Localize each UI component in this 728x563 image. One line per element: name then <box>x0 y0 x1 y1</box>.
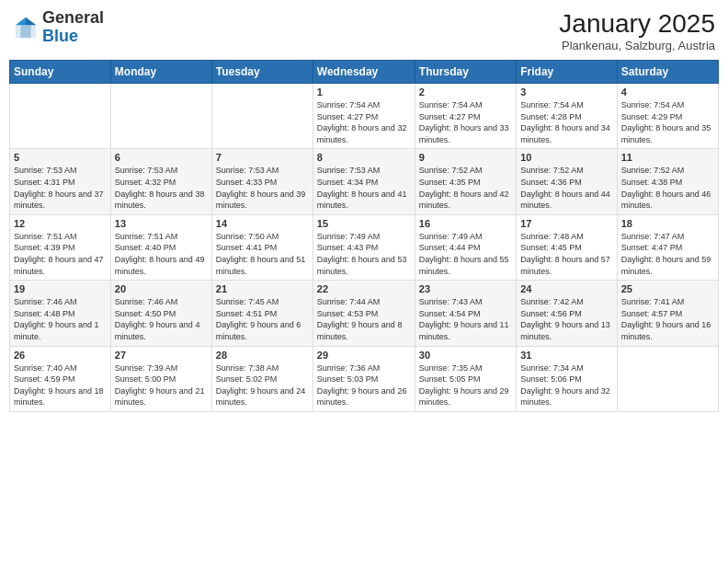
calendar-cell: 2Sunrise: 7:54 AM Sunset: 4:27 PM Daylig… <box>415 84 516 149</box>
calendar-cell: 14Sunrise: 7:50 AM Sunset: 4:41 PM Dayli… <box>211 214 313 280</box>
calendar-week-3: 12Sunrise: 7:51 AM Sunset: 4:39 PM Dayli… <box>10 214 719 280</box>
day-info: Sunrise: 7:38 AM Sunset: 5:02 PM Dayligh… <box>216 362 309 408</box>
day-number: 24 <box>520 283 612 294</box>
calendar-cell <box>110 84 211 149</box>
day-number: 11 <box>621 152 714 163</box>
day-info: Sunrise: 7:53 AM Sunset: 4:34 PM Dayligh… <box>317 165 411 211</box>
logo: General Blue <box>13 9 104 46</box>
day-number: 5 <box>14 152 107 163</box>
calendar-cell: 16Sunrise: 7:49 AM Sunset: 4:44 PM Dayli… <box>415 214 516 280</box>
calendar-cell: 10Sunrise: 7:52 AM Sunset: 4:36 PM Dayli… <box>517 149 617 214</box>
day-info: Sunrise: 7:51 AM Sunset: 4:39 PM Dayligh… <box>14 231 107 277</box>
calendar-cell: 7Sunrise: 7:53 AM Sunset: 4:33 PM Daylig… <box>211 149 313 214</box>
calendar-cell: 28Sunrise: 7:38 AM Sunset: 5:02 PM Dayli… <box>211 346 313 411</box>
day-info: Sunrise: 7:54 AM Sunset: 4:29 PM Dayligh… <box>621 99 714 145</box>
weekday-header-sunday: Sunday <box>10 61 111 84</box>
svg-rect-3 <box>20 25 30 38</box>
day-info: Sunrise: 7:43 AM Sunset: 4:54 PM Dayligh… <box>419 296 512 342</box>
day-number: 25 <box>621 283 714 294</box>
calendar-cell: 5Sunrise: 7:53 AM Sunset: 4:31 PM Daylig… <box>10 149 111 214</box>
day-info: Sunrise: 7:41 AM Sunset: 4:57 PM Dayligh… <box>621 296 714 342</box>
calendar-cell: 22Sunrise: 7:44 AM Sunset: 4:53 PM Dayli… <box>313 281 415 346</box>
day-info: Sunrise: 7:46 AM Sunset: 4:48 PM Dayligh… <box>14 296 107 342</box>
day-info: Sunrise: 7:48 AM Sunset: 4:45 PM Dayligh… <box>520 231 612 277</box>
calendar-week-1: 1Sunrise: 7:54 AM Sunset: 4:27 PM Daylig… <box>10 84 719 149</box>
weekday-header-thursday: Thursday <box>415 61 516 84</box>
calendar-cell <box>10 84 111 149</box>
day-info: Sunrise: 7:45 AM Sunset: 4:51 PM Dayligh… <box>216 296 309 342</box>
day-info: Sunrise: 7:52 AM Sunset: 4:35 PM Dayligh… <box>419 165 512 211</box>
day-number: 20 <box>115 283 208 294</box>
calendar-cell <box>617 346 718 411</box>
weekday-header-tuesday: Tuesday <box>211 61 313 84</box>
calendar-cell: 13Sunrise: 7:51 AM Sunset: 4:40 PM Dayli… <box>110 214 211 280</box>
day-info: Sunrise: 7:54 AM Sunset: 4:27 PM Dayligh… <box>419 99 512 145</box>
day-info: Sunrise: 7:36 AM Sunset: 5:03 PM Dayligh… <box>317 362 411 408</box>
day-info: Sunrise: 7:40 AM Sunset: 4:59 PM Dayligh… <box>14 362 107 408</box>
calendar-cell <box>211 84 313 149</box>
day-info: Sunrise: 7:34 AM Sunset: 5:06 PM Dayligh… <box>520 362 612 408</box>
calendar-cell: 12Sunrise: 7:51 AM Sunset: 4:39 PM Dayli… <box>10 214 111 280</box>
day-number: 14 <box>216 218 309 229</box>
day-number: 22 <box>317 283 411 294</box>
day-number: 3 <box>520 86 612 98</box>
weekday-header-row: SundayMondayTuesdayWednesdayThursdayFrid… <box>10 61 719 84</box>
day-info: Sunrise: 7:52 AM Sunset: 4:36 PM Dayligh… <box>520 165 612 211</box>
day-info: Sunrise: 7:53 AM Sunset: 4:33 PM Dayligh… <box>216 165 309 211</box>
day-number: 31 <box>520 350 612 361</box>
calendar-cell: 17Sunrise: 7:48 AM Sunset: 4:45 PM Dayli… <box>517 214 617 280</box>
calendar-cell: 29Sunrise: 7:36 AM Sunset: 5:03 PM Dayli… <box>313 346 415 411</box>
calendar-cell: 18Sunrise: 7:47 AM Sunset: 4:47 PM Dayli… <box>617 214 718 280</box>
day-number: 23 <box>419 283 512 294</box>
calendar-cell: 31Sunrise: 7:34 AM Sunset: 5:06 PM Dayli… <box>517 346 617 411</box>
calendar-week-4: 19Sunrise: 7:46 AM Sunset: 4:48 PM Dayli… <box>10 281 719 346</box>
day-number: 10 <box>520 152 612 163</box>
day-info: Sunrise: 7:50 AM Sunset: 4:41 PM Dayligh… <box>216 231 309 277</box>
calendar-week-5: 26Sunrise: 7:40 AM Sunset: 4:59 PM Dayli… <box>10 346 719 411</box>
month-title: January 2025 <box>559 9 715 39</box>
day-number: 16 <box>419 218 512 229</box>
calendar-table: SundayMondayTuesdayWednesdayThursdayFrid… <box>9 60 719 412</box>
day-number: 15 <box>317 218 411 229</box>
day-info: Sunrise: 7:47 AM Sunset: 4:47 PM Dayligh… <box>621 231 714 277</box>
logo-text: General Blue <box>42 9 104 46</box>
day-info: Sunrise: 7:35 AM Sunset: 5:05 PM Dayligh… <box>419 362 512 408</box>
calendar-cell: 3Sunrise: 7:54 AM Sunset: 4:28 PM Daylig… <box>517 84 617 149</box>
calendar-cell: 24Sunrise: 7:42 AM Sunset: 4:56 PM Dayli… <box>517 281 617 346</box>
day-info: Sunrise: 7:49 AM Sunset: 4:43 PM Dayligh… <box>317 231 411 277</box>
day-number: 9 <box>419 152 512 163</box>
day-number: 18 <box>621 218 714 229</box>
title-block: January 2025 Plankenau, Salzburg, Austri… <box>559 9 715 52</box>
day-number: 28 <box>216 350 309 361</box>
calendar-cell: 15Sunrise: 7:49 AM Sunset: 4:43 PM Dayli… <box>313 214 415 280</box>
calendar-cell: 1Sunrise: 7:54 AM Sunset: 4:27 PM Daylig… <box>313 84 415 149</box>
day-number: 6 <box>115 152 208 163</box>
location-subtitle: Plankenau, Salzburg, Austria <box>559 39 715 52</box>
weekday-header-saturday: Saturday <box>617 61 718 84</box>
day-info: Sunrise: 7:54 AM Sunset: 4:27 PM Dayligh… <box>317 99 411 145</box>
calendar-cell: 11Sunrise: 7:52 AM Sunset: 4:38 PM Dayli… <box>617 149 718 214</box>
calendar-cell: 20Sunrise: 7:46 AM Sunset: 4:50 PM Dayli… <box>110 281 211 346</box>
day-number: 27 <box>115 350 208 361</box>
svg-marker-1 <box>26 17 36 25</box>
day-info: Sunrise: 7:52 AM Sunset: 4:38 PM Dayligh… <box>621 165 714 211</box>
calendar-cell: 6Sunrise: 7:53 AM Sunset: 4:32 PM Daylig… <box>110 149 211 214</box>
day-number: 12 <box>14 218 107 229</box>
day-number: 26 <box>14 350 107 361</box>
day-number: 17 <box>520 218 612 229</box>
day-number: 4 <box>621 86 714 98</box>
day-number: 1 <box>317 86 411 98</box>
day-info: Sunrise: 7:49 AM Sunset: 4:44 PM Dayligh… <box>419 231 512 277</box>
day-number: 2 <box>419 86 512 98</box>
calendar-cell: 8Sunrise: 7:53 AM Sunset: 4:34 PM Daylig… <box>313 149 415 214</box>
calendar-cell: 19Sunrise: 7:46 AM Sunset: 4:48 PM Dayli… <box>10 281 111 346</box>
page-header: General Blue January 2025 Plankenau, Sal… <box>9 9 719 52</box>
weekday-header-monday: Monday <box>110 61 211 84</box>
day-info: Sunrise: 7:53 AM Sunset: 4:31 PM Dayligh… <box>14 165 107 211</box>
calendar-cell: 23Sunrise: 7:43 AM Sunset: 4:54 PM Dayli… <box>415 281 516 346</box>
calendar-cell: 30Sunrise: 7:35 AM Sunset: 5:05 PM Dayli… <box>415 346 516 411</box>
day-info: Sunrise: 7:44 AM Sunset: 4:53 PM Dayligh… <box>317 296 411 342</box>
day-info: Sunrise: 7:53 AM Sunset: 4:32 PM Dayligh… <box>115 165 208 211</box>
calendar-week-2: 5Sunrise: 7:53 AM Sunset: 4:31 PM Daylig… <box>10 149 719 214</box>
calendar-cell: 27Sunrise: 7:39 AM Sunset: 5:00 PM Dayli… <box>110 346 211 411</box>
